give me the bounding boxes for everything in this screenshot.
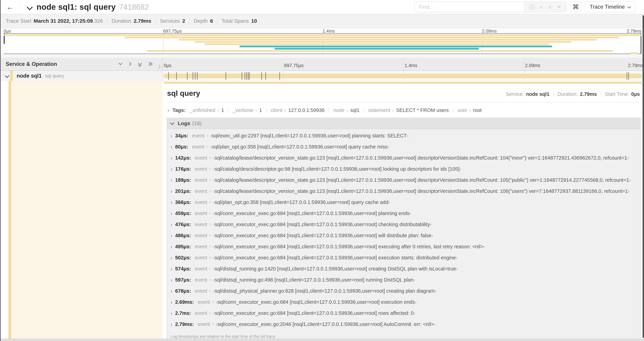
log-entry-row[interactable]: ›678μs:event=‹sql/distsql_physical_plann… xyxy=(167,285,640,296)
span-collapse-chevron-icon[interactable] xyxy=(5,74,9,78)
trace-info-item: Services2 xyxy=(160,18,185,24)
minimap-tick-label: 2.09ms xyxy=(482,29,497,34)
log-chevron-right-icon: › xyxy=(170,210,172,217)
keyboard-shortcuts-button[interactable]: ⌘ xyxy=(570,2,582,12)
log-field-key: event xyxy=(198,321,210,327)
span-detail-left-column xyxy=(0,81,162,339)
log-entry-row[interactable]: ›201μs:event=‹sql/catalog/lease/descript… xyxy=(167,186,640,197)
back-button[interactable]: ← xyxy=(0,0,20,14)
log-marker-tick xyxy=(187,72,188,80)
log-quote-close: › xyxy=(415,299,416,305)
tags-accordion-header[interactable]: › Tags: _unfinished=1_verbose=1client=12… xyxy=(167,107,640,113)
log-field-value: sql/conn_executor_exec.go:684 [nsql1,cli… xyxy=(215,310,414,316)
log-quote-close: › xyxy=(414,310,415,316)
span-bar-sliver xyxy=(164,82,642,84)
timeline-header-row: Service & Operation ∥ 0μs697.75μs1.4ms2.… xyxy=(0,58,644,71)
log-entry-row[interactable]: ›597μs:event=‹sql/distsql_running.go:498… xyxy=(167,274,640,285)
log-field-key: event xyxy=(195,310,207,316)
tag-separator xyxy=(329,108,329,113)
log-marker-tick xyxy=(176,72,177,80)
trace-page: ← node sql1: sql query 7418682 ∧ ∨ ✕ ⌘ T… xyxy=(0,0,644,341)
info-separator xyxy=(189,18,190,24)
find-input[interactable] xyxy=(414,2,524,12)
log-chevron-right-icon: › xyxy=(170,254,172,261)
log-field-key: event xyxy=(195,188,207,194)
log-field-value: sql/catalog/lease/descriptor_version_sta… xyxy=(215,155,627,161)
expand-all-double-chevron-right-icon[interactable] xyxy=(148,62,152,66)
clear-search-x-icon[interactable]: ✕ xyxy=(557,4,561,10)
trace-info-value: 10 xyxy=(251,18,257,24)
log-entry-row[interactable]: ›2.79ms:event=‹sql/conn_executor_exec.go… xyxy=(167,319,640,330)
log-entry-row[interactable]: ›459μs:event=‹sql/conn_executor_exec.go:… xyxy=(167,208,640,219)
collapse-all-double-chevron-down-icon[interactable] xyxy=(138,62,142,66)
collapse-trace-chevron-icon[interactable] xyxy=(27,4,33,10)
log-field-key: event xyxy=(198,299,210,305)
log-quote-close: › xyxy=(407,133,408,139)
log-entry-row[interactable]: ›476μs:event=‹sql/conn_executor_exec.go:… xyxy=(167,219,640,230)
log-entry-row[interactable]: ›80μs:event=‹sql/plan_opt.go:358 [nsql1,… xyxy=(167,141,640,152)
detail-title-row: sql query Service:node sql1Duration:2.79… xyxy=(167,85,640,98)
log-timestamp: 80μs: xyxy=(175,144,188,150)
collapse-one-chevron-down-icon[interactable] xyxy=(118,62,123,66)
tag-item: user=root xyxy=(458,107,482,113)
log-quote-close: › xyxy=(431,233,433,238)
log-timestamp: 476μs: xyxy=(175,222,191,227)
timeline-ticks-header: 0μs697.75μs1.4ms2.09ms2.79ms xyxy=(162,58,644,70)
log-quote-close: › xyxy=(410,210,411,216)
span-meta: Service:node sql1Duration:2.79msStart Ti… xyxy=(506,91,640,97)
log-entry-row[interactable]: ›34μs:event=‹sql/exec_util.go:2297 [nsql… xyxy=(167,130,640,141)
log-entry-row[interactable]: ›2.7ms:event=‹sql/conn_executor_exec.go:… xyxy=(167,307,640,319)
log-chevron-right-icon: › xyxy=(170,321,172,327)
log-quote-close: › xyxy=(628,188,630,194)
logs-chevron-down-icon xyxy=(170,121,174,126)
minimap-tick-label: 0μs xyxy=(4,29,11,34)
next-result-chevron-down-icon[interactable]: ∨ xyxy=(548,4,552,10)
prev-result-chevron-up-icon[interactable]: ∧ xyxy=(540,4,543,10)
log-entry-row[interactable]: ›176μs:event=‹sql/catalog/descs/descript… xyxy=(167,163,640,174)
log-quote-close: › xyxy=(456,266,458,272)
log-timestamp: 34μs: xyxy=(175,133,188,139)
log-field-key: event xyxy=(195,244,207,249)
minimap-canvas[interactable] xyxy=(4,33,642,54)
log-entry-row[interactable]: ›486μs:event=‹sql/conn_executor_exec.go:… xyxy=(167,230,640,241)
span-row[interactable]: node sql1 sql query xyxy=(0,71,644,81)
log-rows: ›34μs:event=‹sql/exec_util.go:2297 [nsql… xyxy=(167,129,640,330)
timeline-tick-label: 0μs xyxy=(162,63,172,68)
log-field-key: event xyxy=(195,266,207,272)
log-quote-open: ‹ xyxy=(213,222,215,227)
log-quote-close: › xyxy=(483,244,485,249)
locate-icon[interactable] xyxy=(529,4,534,10)
logs-accordion-header[interactable]: Logs (18) xyxy=(167,118,640,129)
log-entry-row[interactable]: ›574μs:event=‹sql/distsql_running.go:142… xyxy=(167,263,640,274)
log-quote-close: › xyxy=(460,166,461,172)
span-row-name-cell[interactable]: node sql1 sql query xyxy=(0,71,162,81)
tag-items: _unfinished=1_verbose=1client=127.0.0.1:… xyxy=(190,107,482,113)
column-resizer-handle[interactable]: ∥ xyxy=(158,64,161,69)
span-row-timeline-cell[interactable] xyxy=(162,71,644,81)
log-equals: = xyxy=(212,322,214,327)
log-field-value: sql/plan_opt.go:358 [nsql1,client=127.0.… xyxy=(215,199,388,205)
trace-info-item: Duration2.79ms xyxy=(112,18,151,24)
trace-title-wrap: node sql1: sql query 7418682 xyxy=(27,2,414,12)
log-entry-row[interactable]: ›142μs:event=‹sql/catalog/lease/descript… xyxy=(167,152,640,163)
info-separator xyxy=(156,18,156,24)
meta-separator xyxy=(601,92,601,97)
log-quote-open: ‹ xyxy=(213,166,215,172)
log-entry-row[interactable]: ›2.69ms:event=‹sql/conn_executor_exec.go… xyxy=(167,296,640,307)
log-entry-row[interactable]: ›495μs:event=‹sql/conn_executor_exec.go:… xyxy=(167,241,640,252)
log-chevron-right-icon: › xyxy=(170,177,172,183)
log-quote-close: › xyxy=(430,222,432,227)
log-entry-row[interactable]: ›502μs:event=‹sql/conn_executor_exec.go:… xyxy=(167,252,640,263)
log-field-value: sql/catalog/descs/descriptor.go:98 [nsql… xyxy=(215,166,460,172)
trace-info-value: 6 xyxy=(210,18,213,24)
minimap-right-scrubber-handle[interactable] xyxy=(640,34,642,54)
expand-one-chevron-right-icon[interactable] xyxy=(128,62,132,66)
span-duration-bar[interactable] xyxy=(164,74,642,78)
log-timestamp: 495μs: xyxy=(175,244,191,249)
log-entry-row[interactable]: ›189μs:event=‹sql/catalog/lease/descript… xyxy=(167,174,640,186)
log-timestamp: 502μs: xyxy=(175,255,191,261)
log-entry-row[interactable]: ›366μs:event=‹sql/plan_opt.go:358 [nsql1… xyxy=(167,197,640,208)
vertical-scrollbar[interactable] xyxy=(642,15,644,338)
meta-label: Duration: xyxy=(558,91,578,97)
view-select-button[interactable]: Trace Timeline xyxy=(585,2,636,12)
